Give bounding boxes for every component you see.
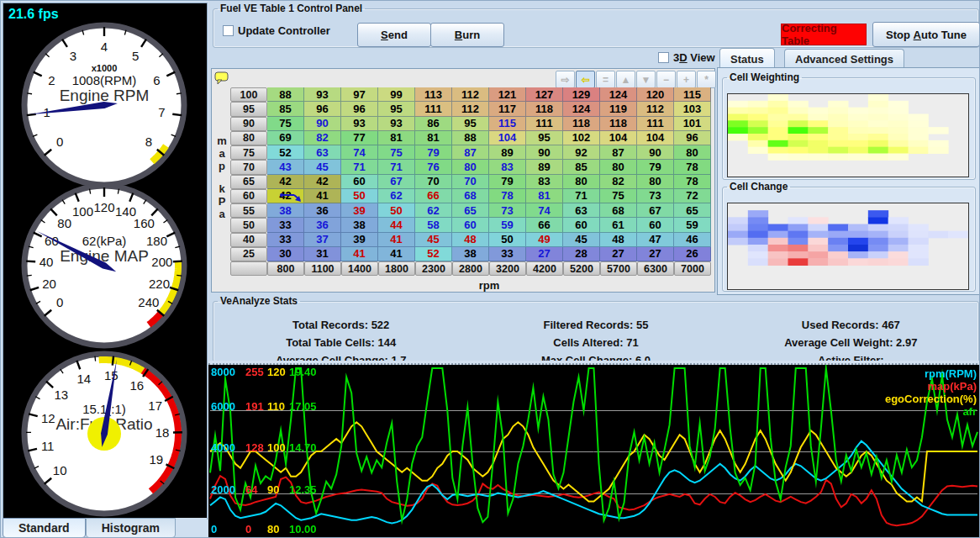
ve-table-cell[interactable]: 47 — [637, 233, 674, 247]
ve-table-cell[interactable]: 88 — [267, 87, 304, 102]
checkbox-box[interactable] — [223, 25, 234, 36]
ve-table-cell[interactable]: 36 — [304, 218, 341, 232]
ve-table-cell[interactable]: 37 — [304, 233, 341, 247]
ve-table-cell[interactable]: 95 — [452, 117, 489, 131]
ve-table-cell[interactable]: 43 — [267, 160, 304, 174]
ve-table-cell[interactable]: 86 — [415, 117, 452, 131]
ve-table-cell[interactable]: 80 — [674, 145, 711, 160]
ve-table-cell[interactable]: 36 — [304, 203, 341, 218]
ve-table-cell[interactable]: 90 — [637, 145, 674, 160]
ve-table-cell[interactable]: 41 — [304, 189, 341, 203]
ve-table-cell[interactable]: 79 — [637, 160, 674, 174]
ve-table-cell[interactable]: 78 — [489, 189, 526, 203]
ve-table-cell[interactable]: 80 — [600, 160, 637, 174]
ve-table-cell[interactable]: 48 — [452, 233, 489, 247]
plus-icon[interactable]: + — [677, 71, 696, 88]
equals-icon[interactable]: = — [596, 71, 615, 88]
ve-table-cell[interactable]: 118 — [526, 102, 563, 116]
decrease-icon[interactable]: ▼ — [636, 71, 656, 88]
ve-table-cell[interactable]: 89 — [489, 145, 526, 160]
update-controller-checkbox[interactable]: Update Controller — [223, 24, 330, 37]
back-arrow-icon[interactable]: ⇦ — [576, 71, 595, 88]
ve-table-cell[interactable]: 45 — [563, 233, 600, 247]
ve-table-cell[interactable]: 62 — [415, 203, 452, 218]
ve-table-cell[interactable]: 112 — [637, 102, 674, 116]
ve-table-cell[interactable]: 85 — [267, 102, 304, 116]
ve-table-cell[interactable]: 74 — [341, 145, 378, 160]
ve-table-cell[interactable]: 115 — [489, 117, 526, 131]
tab-histogram[interactable]: Histogram — [86, 518, 176, 538]
ve-table-cell[interactable]: 89 — [526, 160, 563, 174]
ve-table-cell[interactable]: 72 — [674, 189, 711, 203]
ve-table-cell[interactable]: 119 — [600, 102, 637, 116]
ve-table-cell[interactable]: 73 — [637, 189, 674, 203]
minus-icon[interactable]: − — [656, 71, 676, 88]
ve-table-cell[interactable]: 81 — [378, 131, 415, 145]
tab-standard[interactable]: Standard — [3, 518, 86, 538]
ve-table-cell[interactable]: 41 — [378, 247, 415, 261]
ve-table-cell[interactable]: 104 — [637, 131, 674, 145]
ve-table-cell[interactable]: 44 — [378, 218, 415, 232]
ve-table-cell[interactable]: 76 — [415, 160, 452, 174]
ve-table-cell[interactable]: 39 — [341, 233, 378, 247]
ve-table-cell[interactable]: 75 — [600, 189, 637, 203]
ve-table-cell[interactable]: 42 — [304, 175, 341, 189]
ve-table-cell[interactable]: 66 — [526, 218, 563, 232]
ve-table-cell[interactable]: 120 — [637, 87, 674, 102]
ve-table-cell[interactable]: 111 — [415, 102, 452, 116]
ve-table-cell[interactable]: 68 — [452, 189, 489, 203]
ve-table-cell[interactable]: 42 — [267, 175, 304, 189]
ve-table-cell[interactable]: 79 — [415, 145, 452, 160]
increase-icon[interactable]: ▲ — [616, 71, 635, 88]
ve-table-cell[interactable]: 102 — [563, 131, 600, 145]
ve-table-cell[interactable]: 118 — [563, 117, 600, 131]
ve-table-cell[interactable]: 41 — [341, 247, 378, 261]
ve-table-cell[interactable]: 46 — [674, 233, 711, 247]
ve-table-cell[interactable]: 48 — [600, 233, 637, 247]
ve-table-cell[interactable]: 38 — [267, 203, 304, 218]
ve-table-cell[interactable]: 50 — [378, 203, 415, 218]
burn-button[interactable]: Burn — [430, 23, 504, 47]
ve-table-cell[interactable]: 129 — [563, 87, 600, 102]
ve-table-cell[interactable]: 33 — [489, 247, 526, 261]
ve-table-cell[interactable]: 92 — [563, 145, 600, 160]
ve-table-cell[interactable]: 95 — [378, 102, 415, 116]
ve-table-cell[interactable]: 121 — [489, 87, 526, 102]
ve-table-cell[interactable]: 75 — [267, 117, 304, 131]
ve-table-cell[interactable]: 78 — [674, 175, 711, 189]
ve-table-cell[interactable]: 93 — [378, 117, 415, 131]
ve-table-cell[interactable]: 83 — [526, 175, 563, 189]
ve-table-cell[interactable]: 93 — [341, 117, 378, 131]
ve-table-cell[interactable]: 95 — [526, 131, 563, 145]
ve-table-cell[interactable]: 27 — [526, 247, 563, 261]
ve-table-cell[interactable]: 33 — [267, 233, 304, 247]
ve-table-cell[interactable]: 81 — [415, 131, 452, 145]
ve-table-cell[interactable]: 103 — [674, 102, 711, 116]
ve-table-cell[interactable]: 78 — [674, 160, 711, 174]
ve-table-cell[interactable]: 60 — [637, 218, 674, 232]
ve-table-cell[interactable]: 58 — [415, 218, 452, 232]
ve-table-cell[interactable]: 59 — [489, 218, 526, 232]
ve-table-cell[interactable]: 90 — [304, 117, 341, 131]
3d-view-checkbox[interactable]: 3D View — [658, 51, 715, 64]
ve-table-cell[interactable]: 113 — [415, 87, 452, 102]
ve-table-cell[interactable]: 60 — [452, 218, 489, 232]
ve-table-cell[interactable]: 50 — [489, 233, 526, 247]
ve-table-cell[interactable]: 59 — [674, 218, 711, 232]
ve-table-cell[interactable]: 80 — [452, 160, 489, 174]
ve-table-cell[interactable]: 88 — [452, 131, 489, 145]
ve-table-cell[interactable]: 87 — [600, 145, 637, 160]
ve-table-cell[interactable]: 71 — [563, 189, 600, 203]
ve-table-cell[interactable]: 45 — [415, 233, 452, 247]
send-button[interactable]: Send — [357, 23, 431, 47]
ve-table-cell[interactable]: 69 — [267, 131, 304, 145]
ve-table-cell[interactable]: 82 — [600, 175, 637, 189]
ve-table-cell[interactable]: 71 — [378, 160, 415, 174]
ve-table-cell[interactable]: 39 — [341, 203, 378, 218]
ve-table-cell[interactable]: 90 — [526, 145, 563, 160]
checkbox-box[interactable] — [658, 52, 669, 63]
ve-table-cell[interactable]: 75 — [378, 145, 415, 160]
log-graph[interactable]: rpm(RPM)map(kPa)egoCorrection(%)afr 8000… — [208, 365, 980, 538]
ve-table-cell[interactable]: 97 — [341, 87, 378, 102]
ve-table-cell[interactable]: 93 — [304, 87, 341, 102]
